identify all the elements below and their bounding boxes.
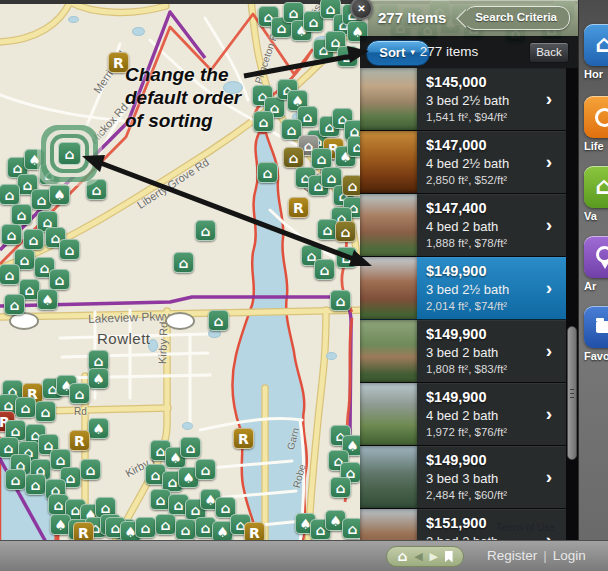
marker-house[interactable]: ⌂: [49, 269, 70, 290]
chevron-right-icon: ›: [546, 466, 552, 488]
listing-item[interactable]: $149,9003 bed 2½ bath2,014 ft², $74/ft²›: [360, 257, 578, 320]
listing-beds-baths: 4 bed 2 bath: [426, 408, 542, 423]
rail-tile-va[interactable]: ⌂: [584, 166, 608, 208]
listing-item[interactable]: $149,9003 bed 3 bath2,484 ft², $60/ft²›: [360, 446, 578, 509]
listing-item[interactable]: $149,9004 bed 2 bath1,972 ft², $76/ft²›: [360, 383, 578, 446]
listing-price: $147,400: [426, 200, 542, 216]
chevron-right-icon: ›: [546, 340, 552, 362]
marker-house[interactable]: ⌂: [314, 259, 335, 280]
chevron-right-icon: ›: [546, 403, 552, 425]
rail-tile-favo[interactable]: [584, 306, 608, 348]
marker-tree[interactable]: ♠: [49, 184, 70, 205]
marker-house[interactable]: ⌂: [35, 401, 56, 422]
listing-photo: [360, 383, 417, 445]
marker-house[interactable]: ⌂: [135, 517, 156, 538]
marker-house[interactable]: ⌂: [336, 247, 357, 268]
back-button[interactable]: Back: [529, 42, 569, 63]
marker-house[interactable]: ⌂: [25, 474, 46, 495]
marker-house[interactable]: ⌂: [0, 184, 20, 205]
back-arrow-icon[interactable]: ◀: [414, 551, 422, 562]
marker-house[interactable]: ⌂: [253, 111, 274, 132]
listing-price: $149,900: [426, 452, 542, 468]
rail-tile-life[interactable]: [584, 96, 608, 138]
marker-house[interactable]: ⌂: [155, 514, 176, 535]
marker-house[interactable]: ⌂: [11, 204, 32, 225]
marker-house[interactable]: ⌂: [69, 383, 90, 404]
rail-tile-hor[interactable]: ⌂: [584, 24, 608, 66]
listing-info: $145,0003 bed 2½ bath1,541 ft², $94/ft²: [426, 74, 542, 123]
marker-house[interactable]: ⌂: [39, 164, 60, 185]
rail-tile-ar[interactable]: [584, 236, 608, 278]
marker-house[interactable]: ⌂: [195, 459, 216, 480]
marker-house[interactable]: ⌂: [5, 469, 26, 490]
listing-info: $149,9004 bed 2 bath1,972 ft², $76/ft²: [426, 389, 542, 438]
listing-photo: [360, 320, 417, 382]
forward-arrow-icon[interactable]: ▶: [429, 551, 437, 562]
listing-item[interactable]: $151,9003 bed 2 bath›: [360, 509, 578, 540]
listing-item[interactable]: $149,9003 bed 2 bath1,808 ft², $83/ft²›: [360, 320, 578, 383]
marker-house[interactable]: ⌂: [337, 46, 358, 67]
marker-house-olive[interactable]: ⌂: [335, 221, 356, 242]
marker-house[interactable]: ⌂: [4, 294, 25, 315]
marker-house[interactable]: ⌂: [180, 437, 201, 458]
marker-house[interactable]: ⌂: [15, 397, 36, 418]
marker-house[interactable]: ⌂: [208, 310, 229, 331]
marker-house[interactable]: ⌂: [80, 459, 101, 480]
register-link[interactable]: Register: [487, 548, 537, 563]
listing-beds-baths: 3 bed 2 bath: [426, 345, 542, 360]
listing-size: 1,972 ft², $76/ft²: [426, 426, 542, 438]
pond: [68, 16, 79, 23]
listing-price: $151,900: [426, 515, 542, 531]
listing-info: $149,9003 bed 2 bath1,808 ft², $83/ft²: [426, 326, 542, 375]
city-label: Rowlett: [97, 330, 151, 347]
listing-item[interactable]: $147,4004 bed 2 bath1,888 ft², $78/ft²›: [360, 194, 578, 257]
listing-list: $145,0003 bed 2½ bath1,541 ft², $94/ft²›…: [360, 68, 578, 540]
selected-property-marker[interactable]: ⌂: [58, 142, 81, 165]
marker-house[interactable]: ⌂: [59, 239, 80, 260]
marker-r[interactable]: R: [233, 428, 254, 449]
listing-item[interactable]: $147,0004 bed 2½ bath2,850 ft², $52/ft²›: [360, 131, 578, 194]
marker-tree[interactable]: ♠: [37, 289, 58, 310]
home-icon: ⌂: [595, 174, 608, 198]
marker-r[interactable]: R: [288, 197, 309, 218]
marker-r[interactable]: R: [69, 430, 90, 451]
listing-size: 1,541 ft², $94/ft²: [426, 111, 542, 123]
marker-house-olive[interactable]: ⌂: [283, 147, 304, 168]
listing-photo: [360, 257, 417, 319]
chevron-right-icon: ›: [546, 88, 552, 110]
marker-house[interactable]: ⌂: [1, 224, 22, 245]
scrollbar-track[interactable]: [566, 68, 578, 540]
app-window: Merritt RdHickox RdPrinceton RdPrinceton…: [0, 0, 608, 571]
rail-tile-label: Hor: [584, 68, 603, 80]
chevron-right-icon: ›: [546, 277, 552, 299]
marker-house[interactable]: ⌂: [195, 220, 216, 241]
marker-tree[interactable]: ♠: [88, 418, 109, 439]
chevron-right-icon: ›: [546, 529, 552, 540]
login-link[interactable]: Login: [553, 548, 586, 563]
marker-house[interactable]: ⌂: [23, 229, 44, 250]
bookmark-icon[interactable]: [445, 551, 453, 563]
marker-house[interactable]: ⌂: [311, 148, 332, 169]
scrollbar-thumb[interactable]: [567, 326, 577, 460]
marker-house[interactable]: ⌂: [330, 290, 351, 311]
listing-item[interactable]: $145,0003 bed 2½ bath1,541 ft², $94/ft²›: [360, 68, 578, 131]
search-criteria-button[interactable]: Search Criteria: [464, 6, 570, 30]
marker-house[interactable]: ⌂: [173, 252, 194, 273]
rail-tile-label: Va: [584, 210, 597, 222]
marker-house[interactable]: ⌂: [0, 264, 20, 285]
marker-house[interactable]: ⌂: [175, 519, 196, 540]
account-links: Register|Login: [487, 548, 586, 563]
home-icon[interactable]: ⌂: [397, 549, 407, 563]
marker-house[interactable]: ⌂: [257, 162, 278, 183]
listing-info: $149,9003 bed 3 bath2,484 ft², $60/ft²: [426, 452, 542, 501]
listing-info: $151,9003 bed 2 bath: [426, 515, 542, 540]
listing-photo: [360, 509, 417, 540]
listing-size: 2,484 ft², $60/ft²: [426, 489, 542, 501]
listing-price: $149,900: [426, 263, 542, 279]
marker-house[interactable]: ⌂: [330, 477, 351, 498]
items-count-label: 277 items: [360, 44, 538, 59]
bottom-bar: ⌂ ◀ ▶ Register|Login: [0, 540, 608, 571]
app-rail: ⌂HorLife⌂VaArFavo: [578, 0, 608, 571]
marker-tree[interactable]: ♠: [88, 368, 109, 389]
marker-house[interactable]: ⌂: [86, 179, 107, 200]
